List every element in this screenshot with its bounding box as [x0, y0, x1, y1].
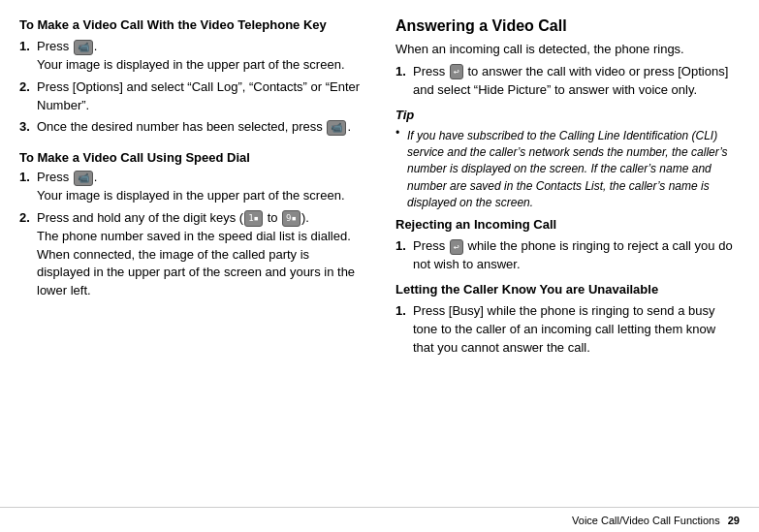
list-item: 1. Press [Busy] while the phone is ringi…: [395, 302, 740, 358]
section1-steps: 1. Press 📹. Your image is displayed in t…: [19, 38, 361, 137]
step-number: 1.: [395, 237, 413, 256]
tip-bullet-item: • If you have subscribed to the Calling …: [395, 126, 740, 212]
step-number: 1.: [395, 63, 413, 81]
step-text-press: Press: [413, 64, 449, 78]
tip-text: If you have subscribed to the Calling Li…: [407, 128, 740, 212]
footer-bar: Voice Call/Video Call Functions 29: [0, 507, 759, 532]
reject-key-icon: ↩: [450, 239, 463, 255]
step-text-period: .: [94, 170, 98, 184]
list-item: 1. Press 📹. Your image is displayed in t…: [19, 169, 361, 205]
section1-title: To Make a Video Call With the Video Tele…: [19, 17, 361, 32]
section2-steps: 1. Press 📹. Your image is displayed in t…: [19, 169, 361, 300]
bullet-char: •: [395, 126, 407, 140]
step-text-period: .: [347, 119, 351, 134]
step-number: 3.: [19, 118, 37, 137]
answering-heading: Answering a Video Call: [395, 17, 740, 35]
step-text-press: Press: [37, 39, 73, 53]
step-content: Press 📹. Your image is displayed in the …: [37, 38, 361, 75]
reject-heading: Rejecting an Incoming Call: [395, 217, 740, 232]
step-subtext: Your image is displayed in the upper par…: [37, 57, 345, 72]
video-key-icon: 📹: [74, 40, 93, 55]
step-text-press: Press: [413, 238, 449, 253]
step-text: Press and hold any of the digit keys (: [37, 210, 243, 225]
step-content: Press [Busy] while the phone is ringing …: [413, 302, 740, 358]
digit-key-9-icon: 9▪: [282, 210, 300, 227]
step-content: Press ↩ while the phone is ringing to re…: [413, 237, 740, 274]
list-item: 2. Press and hold any of the digit keys …: [19, 209, 361, 300]
list-item: 1. Press ↩ to answer the call with video…: [395, 63, 740, 100]
tip-heading: Tip: [395, 108, 740, 122]
section2-title: To Make a Video Call Using Speed Dial: [19, 150, 361, 165]
step-content: Press [Options] and select “Call Log”, “…: [37, 78, 361, 115]
footer-page: 29: [728, 515, 740, 526]
list-item: 3. Once the desired number has been sele…: [19, 118, 361, 137]
step-number: 2.: [19, 78, 37, 97]
step-number: 1.: [19, 169, 37, 187]
step-text-to: to: [264, 210, 281, 225]
answer-key-icon: ↩: [450, 64, 463, 79]
step-content: Press and hold any of the digit keys (1▪…: [37, 209, 361, 300]
list-item: 1. Press 📹. Your image is displayed in t…: [19, 38, 361, 75]
reject-steps: 1. Press ↩ while the phone is ringing to…: [395, 237, 740, 274]
step-text-period: .: [94, 39, 98, 53]
step-content: Press ↩ to answer the call with video or…: [413, 63, 740, 100]
step-subtext: The phone number saved in the speed dial…: [37, 229, 355, 298]
tip-container: Tip • If you have subscribed to the Call…: [395, 108, 740, 212]
step-subtext: Your image is displayed in the upper par…: [37, 188, 345, 203]
step-number: 2.: [19, 209, 37, 228]
footer-label: Voice Call/Video Call Functions: [572, 515, 720, 526]
step-number: 1.: [395, 302, 413, 321]
busy-heading: Letting the Caller Know You are Unavaila…: [395, 282, 740, 297]
list-item: 1. Press ↩ while the phone is ringing to…: [395, 237, 740, 274]
answering-intro: When an incoming call is detected, the p…: [395, 41, 740, 59]
step-text: Once the desired number has been selecte…: [37, 119, 326, 134]
answering-steps: 1. Press ↩ to answer the call with video…: [395, 63, 740, 100]
step-text-paren: ).: [301, 210, 309, 225]
digit-key-1-icon: 1▪: [244, 210, 263, 227]
step-content: Press 📹. Your image is displayed in the …: [37, 169, 361, 205]
step-content: Once the desired number has been selecte…: [37, 118, 361, 137]
list-item: 2. Press [Options] and select “Call Log”…: [19, 78, 361, 115]
video-key-icon: 📹: [74, 171, 93, 186]
step-text-press: Press: [37, 170, 73, 184]
step-number: 1.: [19, 38, 37, 56]
video-key-icon: 📹: [327, 120, 346, 136]
busy-steps: 1. Press [Busy] while the phone is ringi…: [395, 302, 740, 358]
